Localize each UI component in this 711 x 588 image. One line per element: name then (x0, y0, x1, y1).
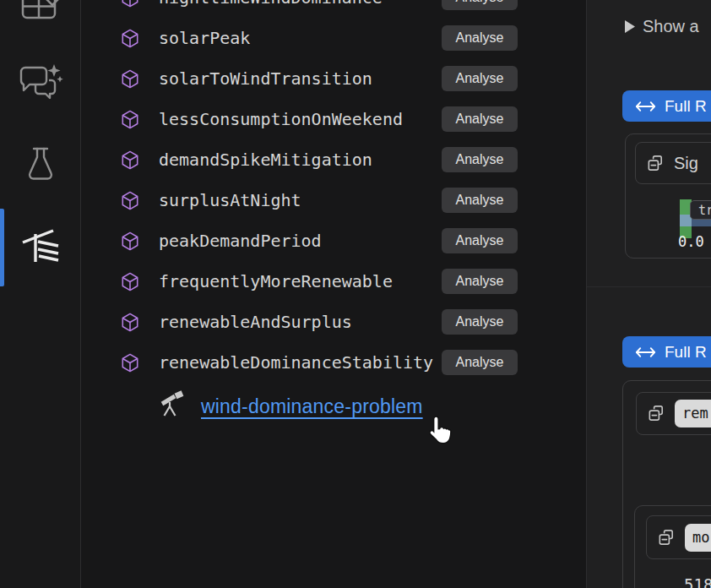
list-item: peakDemandPeriod Analyse (81, 220, 586, 261)
signal-list-panel: nighttimeWindDominance Analyse solarPeak… (81, 0, 586, 588)
list-item: lessConsumptionOnWeekend Analyse (81, 99, 586, 139)
list-item: renewableDominanceStability Analyse (81, 342, 586, 383)
signal-axis-value: 0.0 (678, 233, 704, 250)
report-card-badge[interactable]: rem (636, 392, 711, 435)
analyse-button[interactable]: Analyse (442, 66, 518, 91)
analyse-button[interactable]: Analyse (442, 0, 518, 10)
list-item-label: frequentlyMoreRenewable (159, 271, 393, 291)
full-range-button[interactable]: Full R (622, 90, 711, 122)
list-item-label: renewableAndSurplus (159, 312, 352, 332)
package-cube-icon (121, 313, 139, 332)
list-item-label: demandSpikeMitigation (159, 150, 372, 170)
signal-card: Sig tr 0.0 (625, 133, 711, 259)
analyse-button[interactable]: Analyse (442, 228, 518, 253)
metric-value: 5181 (684, 575, 711, 588)
activitybar-item-tests[interactable] (0, 147, 80, 181)
package-cube-icon (121, 29, 139, 48)
analyse-button[interactable]: Analyse (442, 269, 518, 294)
analyse-button[interactable]: Analyse (442, 350, 518, 375)
analyse-button[interactable]: Analyse (442, 309, 518, 335)
app-window: { "sidebar": { "icons": [ { "name": "ext… (0, 0, 711, 588)
analyse-button[interactable]: Analyse (442, 25, 518, 51)
package-cube-icon (121, 191, 139, 210)
chat-sparkle-icon (17, 63, 64, 106)
list-item: solarPeak Analyse (81, 18, 586, 58)
list-item: frequentlyMoreRenewable Analyse (81, 261, 586, 302)
left-right-arrow-icon (635, 99, 656, 114)
metric-card: mo 5181 (634, 505, 711, 588)
analyse-button[interactable]: Analyse (442, 188, 518, 213)
list-item: solarToWindTransition Analyse (81, 58, 586, 99)
section-divider (587, 286, 711, 287)
package-cube-icon (121, 231, 139, 251)
full-range-button-2[interactable]: Full R (622, 336, 711, 368)
activity-bar (0, 0, 80, 588)
list-item: renewableAndSurplus Analyse (81, 302, 586, 342)
problem-link-row: wind-dominance-problem (81, 387, 586, 438)
package-cube-icon (121, 272, 139, 291)
beaker-icon (25, 147, 56, 181)
package-cube-icon (121, 69, 139, 89)
list-item-label: solarPeak (159, 28, 250, 48)
show-all-label: Show a (643, 17, 699, 36)
signal-badge-label: Sig (674, 154, 698, 173)
list-item-label: renewableDominanceStability (159, 352, 433, 373)
activitybar-item-signals[interactable] (0, 228, 80, 264)
list-item-label: nighttimeWindDominance (159, 0, 383, 8)
list-item: demandSpikeMitigation Analyse (81, 139, 586, 180)
disclosure-triangle-icon (625, 20, 635, 33)
show-all-toggle[interactable]: Show a (625, 17, 699, 36)
extensions-icon (20, 0, 61, 20)
cursor-pointer (425, 415, 453, 448)
analyse-button[interactable]: Analyse (442, 106, 518, 132)
details-panel: Show a Full R Sig tr 0.0 (587, 0, 711, 588)
package-cube-icon (121, 0, 139, 8)
list-item-label: surplusAtNight (159, 190, 301, 210)
list-item-label: solarToWindTransition (159, 68, 372, 89)
metric-badge-pill: mo (685, 524, 711, 552)
list-item: surplusAtNight Analyse (81, 180, 586, 220)
analyse-button[interactable]: Analyse (442, 147, 518, 172)
package-cube-icon (121, 110, 139, 129)
copy-icon[interactable] (646, 154, 665, 173)
activitybar-item-extensions[interactable] (0, 0, 80, 20)
signals-icon (22, 228, 59, 264)
package-cube-icon (121, 353, 139, 373)
telescope-icon (159, 390, 186, 419)
left-right-arrow-icon (635, 345, 656, 360)
full-range-label: Full R (665, 97, 707, 116)
list-item-label: peakDemandPeriod (159, 231, 322, 251)
copy-icon[interactable] (647, 404, 666, 423)
signal-card-badge[interactable]: Sig (635, 142, 711, 184)
activitybar-item-chat[interactable] (0, 63, 80, 106)
package-cube-icon (121, 150, 139, 170)
metric-card-badge[interactable]: mo (646, 515, 711, 559)
list-item: nighttimeWindDominance Analyse (81, 0, 586, 18)
report-card: rem mo 5181 (622, 380, 711, 588)
report-badge-pill: rem (675, 400, 711, 427)
full-range-label-2: Full R (665, 343, 707, 362)
list-item-label: lessConsumptionOnWeekend (159, 109, 403, 129)
active-view-indicator (0, 209, 4, 286)
signal-tooltip: tr (690, 200, 711, 220)
copy-icon[interactable] (657, 528, 676, 547)
problem-link[interactable]: wind-dominance-problem (201, 395, 423, 418)
